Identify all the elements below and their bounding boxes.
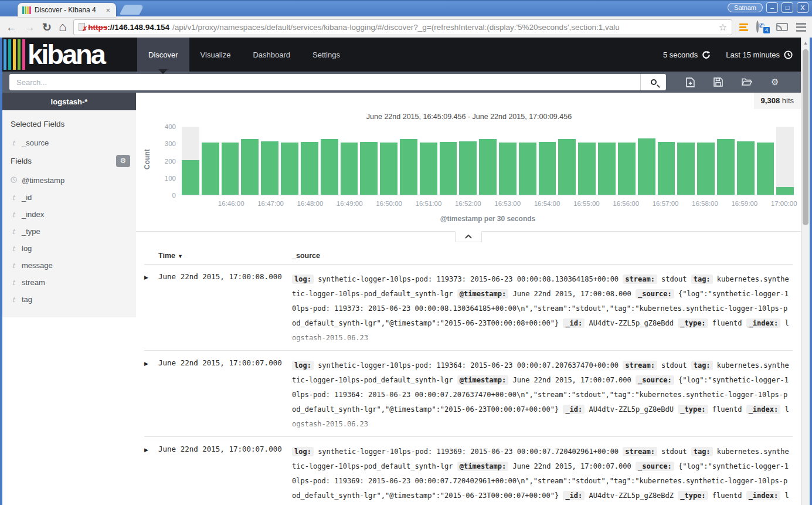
y-axis-label: Count xyxy=(143,149,151,170)
browser-toolbar: ← → ↻ ⌂ ✗ https://146.148.94.154 /api/v1… xyxy=(0,16,812,38)
expand-caret-icon[interactable]: ▶ xyxy=(144,272,158,345)
field-item-type[interactable]: t_type xyxy=(2,223,136,240)
histogram-bar[interactable] xyxy=(618,143,636,195)
settings-gear-button[interactable]: ⚙ xyxy=(771,77,779,87)
histogram-bar[interactable] xyxy=(182,160,199,195)
insecure-page-icon[interactable]: ✗ xyxy=(79,23,85,31)
histogram-bar[interactable] xyxy=(757,143,774,195)
nav-tab-visualize[interactable]: Visualize xyxy=(189,38,242,72)
hits-count: 9,308 hits xyxy=(754,93,801,109)
sort-caret-icon: ▼ xyxy=(178,253,183,259)
minimize-button[interactable]: – xyxy=(766,2,778,13)
url-bar[interactable]: ✗ https://146.148.94.154 /api/v1/proxy/n… xyxy=(73,19,732,35)
histogram-bin xyxy=(658,127,675,195)
histogram-bar[interactable] xyxy=(360,142,378,195)
documents-table: Time▼ _source ▶June 22nd 2015, 17:00:08.… xyxy=(144,252,793,505)
histogram-bar[interactable] xyxy=(301,142,318,195)
histogram-bar[interactable] xyxy=(558,139,576,195)
histogram-bar[interactable] xyxy=(380,143,397,195)
nav-tab-discover[interactable]: Discover xyxy=(137,38,189,72)
url-host: ://146.148.94.154 xyxy=(107,23,169,32)
scroll-up-icon[interactable]: ▲ xyxy=(801,38,810,46)
time-range-control[interactable]: Last 15 minutes xyxy=(726,50,793,59)
histogram-bin xyxy=(519,127,536,195)
nav-tab-settings[interactable]: Settings xyxy=(301,38,351,72)
field-item-log[interactable]: tlog xyxy=(2,240,136,257)
field-item-id[interactable]: t_id xyxy=(2,189,136,206)
histogram-bar[interactable] xyxy=(717,139,735,195)
source-column-header: _source xyxy=(292,252,320,260)
cast-icon[interactable] xyxy=(776,23,788,31)
histogram-bar[interactable] xyxy=(281,143,298,195)
extension-hangouts-icon[interactable]: ✆ 4 xyxy=(756,22,768,32)
field-item-tag[interactable]: ttag xyxy=(2,291,136,308)
tab-close-icon[interactable]: × xyxy=(104,6,111,15)
histogram-bar[interactable] xyxy=(499,143,517,195)
histogram-bar[interactable] xyxy=(202,143,219,195)
field-item-index[interactable]: t_index xyxy=(2,206,136,223)
field-badge-log: log: xyxy=(292,361,314,370)
field-badge-type: _type: xyxy=(678,491,708,500)
histogram-bar[interactable] xyxy=(737,141,755,195)
histogram-bar[interactable] xyxy=(440,142,457,195)
nav-tab-dashboard[interactable]: Dashboard xyxy=(242,38,301,72)
field-badge-timestamp: @timestamp: xyxy=(457,462,508,471)
histogram-bar[interactable] xyxy=(578,143,596,195)
forward-icon[interactable]: → xyxy=(24,22,35,33)
field-item-timestamp[interactable]: @timestamp xyxy=(2,172,136,189)
search-input[interactable] xyxy=(9,74,640,90)
expand-caret-icon[interactable]: ▶ xyxy=(144,445,158,505)
histogram-bin xyxy=(578,127,596,195)
reload-icon[interactable]: ↻ xyxy=(42,22,52,33)
field-item-message[interactable]: tmessage xyxy=(2,257,136,274)
browser-tab[interactable]: Discover - Kibana 4 × xyxy=(18,3,116,17)
histogram-bar[interactable] xyxy=(658,142,675,195)
maximize-button[interactable]: □ xyxy=(782,2,793,13)
field-settings-gear-button[interactable]: ⚙ xyxy=(116,155,130,167)
expand-caret-icon[interactable]: ▶ xyxy=(144,358,158,432)
page-scrollbar[interactable]: ▲ xyxy=(801,38,810,505)
search-submit-button[interactable] xyxy=(640,74,666,90)
histogram-bin xyxy=(717,127,735,195)
histogram-bar[interactable] xyxy=(519,143,536,195)
histogram-bar[interactable] xyxy=(261,141,278,195)
field-badge-log: log: xyxy=(292,274,314,284)
histogram-bar[interactable] xyxy=(341,143,358,195)
save-search-button[interactable] xyxy=(714,77,723,87)
bookmark-star-icon[interactable]: ☆ xyxy=(719,22,727,33)
refresh-interval-control[interactable]: 5 seconds xyxy=(663,50,711,59)
kibana-logo: kibana xyxy=(2,38,137,72)
open-search-button[interactable] xyxy=(742,77,752,87)
histogram-bar[interactable] xyxy=(222,143,239,195)
histogram-bin xyxy=(380,127,397,195)
histogram-bar[interactable] xyxy=(539,142,556,195)
histogram-bin xyxy=(598,127,616,195)
extension-sessions-icon[interactable] xyxy=(739,23,748,31)
time-column-header[interactable]: Time▼ xyxy=(144,252,292,260)
histogram-bar[interactable] xyxy=(241,139,259,195)
nav-tabs: DiscoverVisualizeDashboardSettings xyxy=(137,38,351,72)
field-item-stream[interactable]: tstream xyxy=(2,274,136,291)
histogram-bar[interactable] xyxy=(776,187,794,195)
new-search-button[interactable] xyxy=(686,77,695,87)
histogram-bar[interactable] xyxy=(420,143,437,195)
scrollbar-thumb[interactable] xyxy=(803,49,808,225)
histogram-bar[interactable] xyxy=(697,143,715,195)
home-icon[interactable]: ⌂ xyxy=(59,21,66,33)
source-cell: log: synthetic-logger-10lps-pod: 119373:… xyxy=(292,272,793,345)
field-item-source[interactable]: t_source xyxy=(2,134,136,151)
browser-menu-icon[interactable] xyxy=(796,23,806,32)
histogram-bar[interactable] xyxy=(321,139,338,195)
histogram-bar[interactable] xyxy=(598,143,616,195)
histogram-bar[interactable] xyxy=(638,138,655,195)
histogram-bar[interactable] xyxy=(677,143,695,195)
histogram-bar[interactable] xyxy=(459,141,477,195)
histogram-bar[interactable] xyxy=(400,139,417,195)
collapse-chart-button[interactable] xyxy=(455,231,482,242)
new-tab-button[interactable] xyxy=(119,5,144,15)
profile-chip[interactable]: Satnam xyxy=(728,3,763,12)
histogram-bar[interactable] xyxy=(479,139,497,195)
back-icon[interactable]: ← xyxy=(6,22,17,33)
close-button[interactable]: X xyxy=(797,2,808,13)
histogram-bin xyxy=(420,127,437,195)
